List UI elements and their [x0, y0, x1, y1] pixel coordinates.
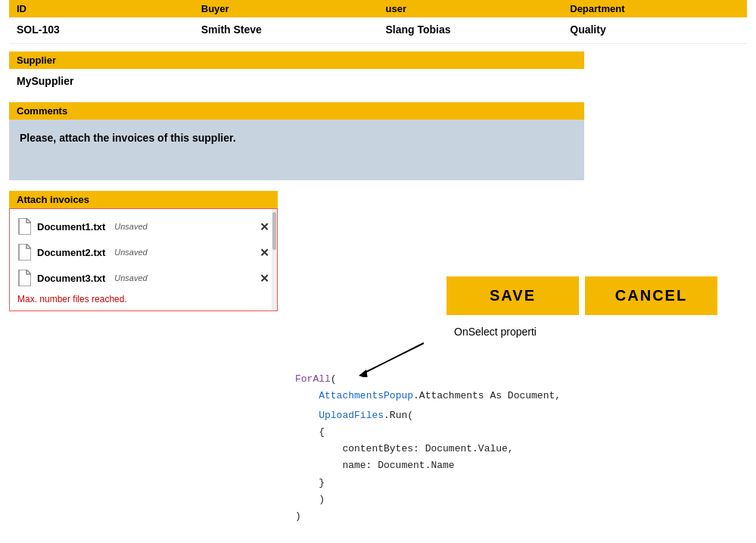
action-buttons: SAVE CANCEL: [446, 276, 717, 315]
code-line-5: contentBytes: Document.Value,: [295, 441, 734, 457]
department-label: Department: [562, 0, 747, 17]
buyer-label: Buyer: [194, 0, 378, 17]
save-button[interactable]: SAVE: [446, 276, 579, 315]
scrollbar-track: [272, 209, 277, 311]
id-value: SOL-103: [9, 17, 194, 43]
file-icon-3: [17, 270, 31, 286]
file-icon-2: [17, 244, 31, 261]
comments-section: Comments Please, attach the invoices of …: [9, 102, 584, 180]
remove-file-3[interactable]: ✕: [260, 273, 269, 284]
code-line-4: {: [295, 424, 734, 441]
comments-content: Please, attach the invoices of this supp…: [9, 120, 584, 180]
cancel-button[interactable]: CANCEL: [585, 276, 717, 315]
file-name-3: Document3.txt: [37, 273, 105, 284]
file-status-3: Unsaved: [114, 273, 147, 282]
code-line-3: UploadFiles.Run(: [295, 407, 734, 424]
department-value: Quality: [562, 17, 747, 43]
file-status-2: Unsaved: [114, 248, 147, 257]
attach-list: Document1.txt Unsaved ✕ Document2.txt Un…: [9, 208, 278, 311]
code-line-2: AttachmentsPopup.Attachments As Document…: [295, 388, 734, 404]
id-cell: ID SOL-103: [9, 0, 194, 43]
code-line-9: ): [295, 508, 734, 525]
remove-file-1[interactable]: ✕: [260, 221, 269, 232]
remove-file-2[interactable]: ✕: [260, 247, 269, 258]
supplier-value: MySupplier: [9, 69, 584, 95]
file-name-1: Document1.txt: [37, 221, 105, 232]
attach-label: Attach invoices: [9, 191, 278, 208]
file-item-2: Document2.txt Unsaved ✕: [10, 239, 277, 265]
user-value: Slang Tobias: [378, 17, 563, 43]
code-line-7: }: [295, 475, 734, 492]
svg-marker-1: [359, 370, 368, 377]
attach-section: Attach invoices Document1.txt Unsaved ✕: [9, 191, 278, 311]
supplier-label: Supplier: [9, 51, 584, 69]
user-label: user: [378, 0, 563, 17]
code-line-8: ): [295, 492, 734, 508]
code-block: ForAll( AttachmentsPopup.Attachments As …: [295, 371, 734, 525]
scrollbar-thumb: [272, 212, 276, 250]
file-name-2: Document2.txt: [37, 247, 105, 258]
attach-list-wrapper: Document1.txt Unsaved ✕ Document2.txt Un…: [9, 208, 278, 311]
user-cell: user Slang Tobias: [378, 0, 563, 43]
comments-label: Comments: [9, 102, 584, 120]
supplier-section: Supplier MySupplier: [9, 51, 584, 95]
code-line-6: name: Document.Name: [295, 457, 734, 474]
file-item-3: Document3.txt Unsaved ✕: [10, 265, 277, 291]
annotation-section: OnSelect properti ForAll( AttachmentsPop…: [295, 326, 734, 525]
max-files-notice: Max. number files reached.: [10, 291, 277, 306]
header-row: ID SOL-103 Buyer Smith Steve user Slang …: [9, 0, 747, 44]
file-item-1: Document1.txt Unsaved ✕: [10, 214, 277, 239]
annotation-arrow: [341, 339, 431, 377]
department-cell: Department Quality: [562, 0, 747, 43]
annotation-label: OnSelect properti: [454, 326, 537, 338]
buyer-cell: Buyer Smith Steve: [194, 0, 378, 43]
id-label: ID: [9, 0, 194, 17]
svg-line-0: [363, 343, 424, 373]
file-icon-1: [17, 218, 31, 235]
file-status-1: Unsaved: [114, 222, 147, 231]
buyer-value: Smith Steve: [194, 17, 378, 43]
